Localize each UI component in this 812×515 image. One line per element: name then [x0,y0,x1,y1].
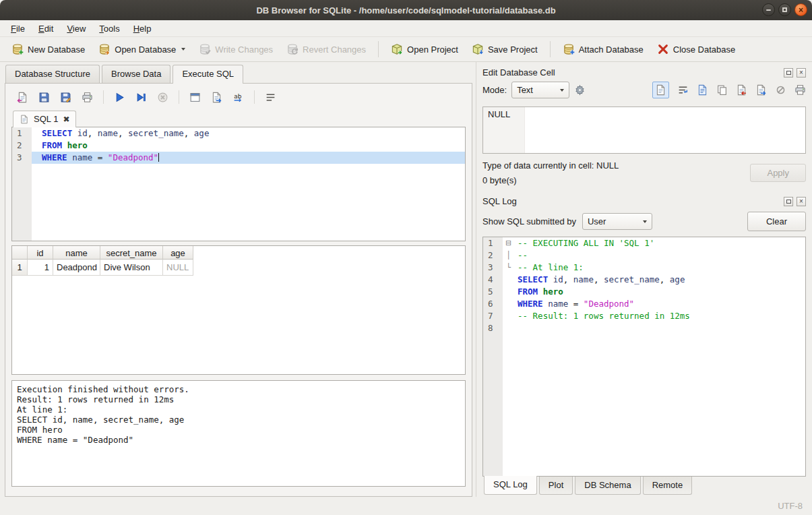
save-project-button[interactable]: Save Project [466,40,544,59]
save-sql-file-button[interactable] [38,92,50,103]
code-line: 3└-- At line 1: [483,262,805,274]
export-results-button[interactable] [211,92,222,103]
stop-execution-button[interactable] [157,92,168,103]
cell-editor[interactable]: NULL [482,107,806,154]
dock-tab-bar: SQL Log Plot DB Schema Remote [482,477,806,497]
text-cursor [158,153,159,162]
dock-tab-db-schema[interactable]: DB Schema [575,477,640,495]
write-changes-button[interactable]: Write Changes [193,40,279,59]
cell-id[interactable]: 1 [28,260,53,276]
line-number: 3 [483,262,503,274]
sql-log-viewer[interactable]: 1⊟-- EXECUTING ALL IN 'SQL 1'2│--3└-- At… [482,237,806,477]
titlebar: DB Browser for SQLite - /home/user/code/… [0,0,812,20]
word-wrap-toggle[interactable] [265,92,276,103]
row-number-cell[interactable]: 1 [12,260,28,276]
results-header-secret-name[interactable]: secret_name [100,246,163,260]
fold-marker-icon [503,286,514,298]
code-line: 1SELECT id, name, secret_name, age [12,127,465,140]
revert-changes-button[interactable]: Revert Changes [280,40,372,59]
float-dock-button[interactable] [784,68,793,78]
maximize-button[interactable] [778,3,791,16]
code-text: FROM hero [514,286,805,298]
open-project-button[interactable]: Open Project [385,40,464,59]
float-icon [786,200,791,204]
word-wrap-toggle[interactable] [677,84,689,96]
dock-tab-remote[interactable]: Remote [643,477,693,495]
cell-name[interactable]: Deadpond [53,260,100,276]
message-line: Result: 1 rows returned in 12ms [17,394,460,404]
line-number: 4 [483,274,503,286]
open-project-icon [391,43,403,55]
close-button[interactable]: × [794,3,807,16]
dock-tab-plot[interactable]: Plot [539,477,573,495]
fold-marker-icon[interactable]: │ [503,249,514,262]
open-new-tab-button[interactable] [189,92,201,103]
close-tab-icon[interactable]: ✖ [63,115,69,123]
open-sql-file-button[interactable] [17,92,28,103]
main-tab-bar: Database Structure Browse Data Execute S… [5,65,472,83]
left-panel: Database Structure Browse Data Execute S… [0,62,476,497]
sql-tab-label: SQL 1 [34,114,58,124]
message-line: Execution finished without errors. [17,384,460,394]
print-cell-button[interactable] [794,84,806,96]
mode-select[interactable]: Text [511,82,569,98]
code-text: SELECT id, name, secret_name, age [32,127,465,140]
sql-file-icon [20,115,29,124]
sql-tab[interactable]: SQL 1 ✖ [13,111,76,127]
cell-info: Type of data currently in cell: NULL 0 b… [482,154,806,185]
apply-button[interactable]: Apply [750,164,806,182]
cell-secret-name[interactable]: Dive Wilson [100,260,163,276]
export-data-button[interactable] [755,84,767,96]
new-database-button[interactable]: New Database [5,40,91,59]
message-line: At line 1: [17,404,460,415]
find-replace-button[interactable]: ab [232,92,244,103]
print-sql-button[interactable] [82,92,93,103]
code-text: -- EXECUTING ALL IN 'SQL 1' [514,237,805,249]
close-dock-button[interactable]: × [797,68,806,78]
menu-edit[interactable]: Edit [32,22,60,36]
cell-size-info: 0 byte(s) [482,175,750,185]
dock-tab-sql-log[interactable]: SQL Log [484,476,537,495]
close-icon: × [799,69,803,76]
execute-current-line-button[interactable] [135,92,147,103]
cell-age[interactable]: NULL [163,260,193,276]
close-database-button[interactable]: Close Database [651,40,742,59]
text-mode-toggle[interactable] [652,82,669,98]
sql-editor[interactable]: 1SELECT id, name, secret_name, age2FROM … [11,127,466,241]
save-sql-file-as-button[interactable] [60,92,71,103]
sql-log-title: SQL Log [482,196,780,206]
copy-button[interactable] [716,84,728,96]
log-filter-select[interactable]: User [582,213,652,230]
minimize-button[interactable] [762,3,775,16]
tab-execute-sql[interactable]: Execute SQL [173,65,243,84]
clear-log-button[interactable]: Clear [747,212,806,231]
results-header-age[interactable]: age [163,246,193,260]
fold-marker-icon[interactable]: ⊟ [503,237,514,249]
set-null-button[interactable] [775,84,786,96]
right-panel: Edit Database Cell × Mode: Text [476,62,812,497]
attach-database-label: Attach Database [579,44,644,55]
close-dock-button[interactable]: × [797,197,806,206]
attach-database-button[interactable]: Attach Database [557,40,650,59]
results-header-name[interactable]: name [53,246,100,260]
sql-log-header: SQL Log × [482,195,806,209]
menu-view[interactable]: View [60,22,92,36]
auto-switch-mode-button[interactable] [574,84,586,96]
menu-help[interactable]: Help [127,22,158,36]
encoding-indicator[interactable]: UTF-8 [778,501,803,511]
import-data-button[interactable] [736,84,747,96]
tab-browse-data[interactable]: Browse Data [102,65,170,83]
tab-database-structure[interactable]: Database Structure [5,65,100,83]
float-dock-button[interactable] [784,197,793,206]
open-database-button[interactable]: Open Database [92,40,191,59]
chevron-down-icon[interactable] [181,48,185,51]
execute-all-button[interactable] [114,92,125,103]
menu-tools[interactable]: Tools [92,22,126,36]
fold-marker-icon[interactable]: └ [503,262,514,274]
cell-info-lines: Type of data currently in cell: NULL 0 b… [482,160,750,185]
results-header-id[interactable]: id [28,246,53,260]
results-corner-cell [12,246,28,260]
json-mode-button[interactable] [697,84,708,96]
toolbar-separator [254,90,255,104]
menu-file[interactable]: File [4,22,32,36]
